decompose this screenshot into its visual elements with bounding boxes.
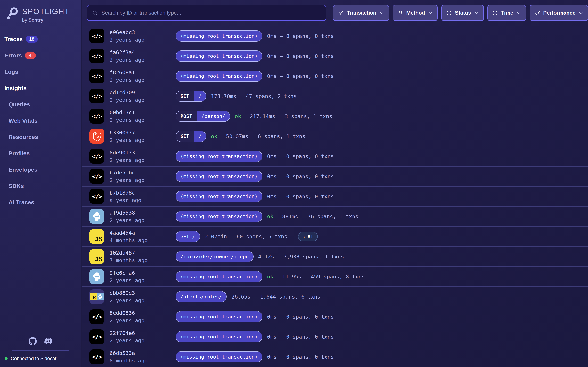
javascript-icon: JS [90,293,97,300]
trace-stats: 26.65s — 1,644 spans, 6 txns [231,294,320,300]
trace-row[interactable]: </> ed1cd309 2 years ago GET/ 173.70ms —… [82,86,588,106]
sidebar-item-profiles[interactable]: Profiles [0,145,81,161]
trace-row[interactable]: </> 00bd13c1 2 years ago POST/person/ ok… [82,106,588,126]
trace-row[interactable]: </> b7de5fbc 2 years ago (missing root t… [82,167,588,187]
transaction-badge: GET/ [176,91,206,102]
status-ok: ok [267,274,273,280]
discord-icon[interactable] [44,337,52,345]
code-icon: </> [89,189,104,204]
status-text: Connected to Sidecar [11,356,56,361]
sidecar-status: Connected to Sidecar [5,356,81,361]
trace-row[interactable]: af9d5538 2 years ago (missing root trans… [82,207,588,227]
missing-root-transaction-badge: (missing root transaction) [176,311,262,322]
missing-root-transaction-badge: (missing root transaction) [176,50,262,62]
code-icon: </> [89,109,104,124]
python-icon [89,269,104,284]
sidebar-item-label: Traces [4,36,23,42]
filter-time-button[interactable]: Time [487,5,526,21]
code-icon: </> [89,149,104,164]
sidebar-item-traces[interactable]: Traces 18 [0,31,81,47]
sidebar-item-logs[interactable]: Logs [0,64,81,80]
sidebar-item-envelopes[interactable]: Envelopes [0,161,81,178]
trace-stats: 2.07min — 60 spans, 5 txns —✦AI [205,232,318,241]
search-box[interactable] [87,5,326,21]
trace-row[interactable]: </> f82608a1 2 years ago (missing root t… [82,66,588,86]
alert-circle-icon [446,10,452,16]
trace-stats: 0ms — 0 spans, 0 txns [267,334,334,340]
trace-row[interactable]: 63300977 2 years ago GET/ ok— 50.07ms — … [82,126,588,146]
trace-row[interactable]: JS ebb880e3 2 years ago /alerts/rules/ 2… [82,287,588,307]
trace-stats: 173.70ms — 47 spans, 2 txns [211,93,297,99]
trace-age: 8 months ago [110,358,176,364]
trace-id: 102da487 [110,250,176,256]
filter-method-button[interactable]: Method [393,5,438,21]
javascript-python-icon: JS [89,289,104,304]
trace-stats: 0ms — 0 spans, 0 txns [267,193,334,200]
footer-divider [12,350,69,351]
sidebar-item-insights[interactable]: Insights [0,80,81,96]
filter-status-button[interactable]: Status [441,5,484,21]
git-branch-icon [534,10,540,16]
github-icon[interactable] [29,337,37,345]
chevron-down-icon [516,10,521,15]
search-icon [92,10,98,16]
trace-row[interactable]: </> 22f704e6 2 years ago (missing root t… [82,327,588,347]
transaction-badge: /alerts/rules/ [176,291,227,302]
code-icon: </> [89,309,104,324]
trace-id: 66db533a [110,350,176,356]
code-icon: </> [89,49,104,63]
filter-transaction-button[interactable]: Transaction [333,5,389,21]
trace-row[interactable]: </> b7b18d8c a year ago (missing root tr… [82,187,588,207]
trace-id: 8cdd0836 [110,310,176,316]
sidebar-item-web-vitals[interactable]: Web Vitals [0,112,81,129]
trace-row[interactable]: </> 66db533a 8 months ago (missing root … [82,347,588,367]
search-input[interactable] [101,10,321,16]
sidebar-item-label: Queries [9,101,30,108]
trace-row[interactable]: </> 8de90173 2 years ago (missing root t… [82,146,588,167]
trace-age: a year ago [110,197,176,203]
trace-id: f82608a1 [110,69,176,75]
http-method: POST [176,111,197,121]
sidebar-item-ai-traces[interactable]: AI Traces [0,194,81,210]
status-ok: ok [235,113,241,119]
http-method: GET [176,131,194,142]
trace-row[interactable]: </> e96eabc3 2 years ago (missing root t… [82,26,588,46]
filter-label: Performance [543,10,576,16]
missing-root-transaction-badge: (missing root transaction) [176,30,262,42]
sidebar: SPOTLIGHT by Sentry Traces 18 Errors 4 L… [0,0,81,367]
trace-age: 2 years ago [110,217,176,223]
trace-age: 2 years ago [110,277,176,284]
trace-row[interactable]: </> 8cdd0836 2 years ago (missing root t… [82,307,588,327]
trace-stats: 0ms — 0 spans, 0 txns [267,53,334,59]
chevron-down-icon [380,10,384,15]
trace-age: 2 years ago [110,317,176,324]
sidebar-item-label: Envelopes [9,166,37,173]
sidebar-item-sdks[interactable]: SDKs [0,178,81,194]
sidebar-item-label: SDKs [9,183,24,189]
trace-id: b7de5fbc [110,170,176,176]
status-ok: ok [211,133,217,139]
trace-age: 2 years ago [110,177,176,183]
code-icon: </> [89,89,104,103]
spotlight-app: { "app": { "name": "SPOTLIGHT", "byline_… [0,0,588,367]
trace-row[interactable]: </> fa62f3a4 2 years ago (missing root t… [82,46,588,66]
sidebar-item-resources[interactable]: Resources [0,129,81,145]
trace-id: 63300977 [110,129,176,136]
trace-id: ebb880e3 [110,290,176,296]
sidebar-item-label: Web Vitals [9,117,38,124]
spotlight-logo-icon [7,7,19,21]
trace-row[interactable]: JS 4aad454a 4 months ago GET / 2.07min —… [82,227,588,247]
app-logo: SPOTLIGHT by Sentry [0,0,81,23]
chevron-down-icon [579,10,583,15]
sidebar-item-label: Resources [9,134,38,140]
app-name: SPOTLIGHT [22,7,69,16]
sidebar-item-errors[interactable]: Errors 4 [0,47,81,64]
missing-root-transaction-badge: (missing root transaction) [176,211,262,222]
transaction-badge: GET/ [176,131,206,142]
trace-row[interactable]: 9fe6cfa6 2 years ago (missing root trans… [82,267,588,287]
trace-stats: ok— 11.95s — 459 spans, 8 txns [267,274,365,280]
sidebar-item-queries[interactable]: Queries [0,96,81,112]
filter-performance-button[interactable]: Performance [530,5,588,21]
code-icon: </> [89,69,104,83]
trace-row[interactable]: JS 102da487 7 months ago /:provider/:own… [82,247,588,267]
